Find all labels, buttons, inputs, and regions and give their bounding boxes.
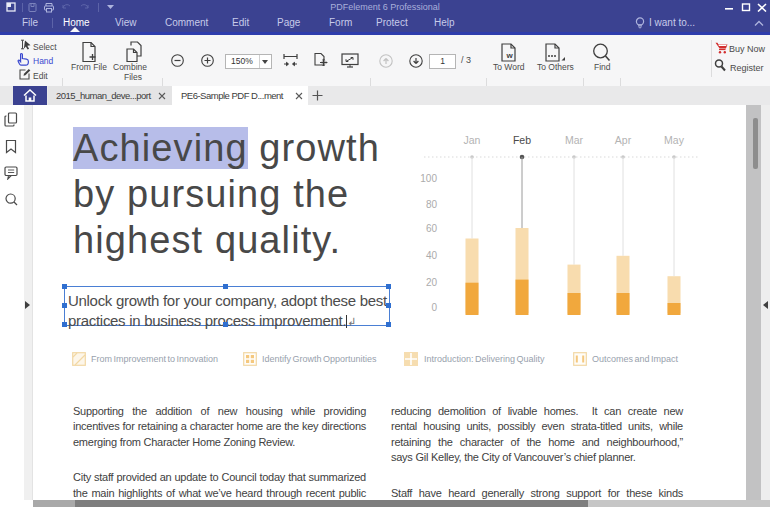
svg-text:100: 100 [420,173,437,184]
svg-text:May: May [664,134,685,146]
svg-text:Feb: Feb [513,134,531,146]
svg-text:0: 0 [431,302,437,313]
svg-text:Apr: Apr [615,134,632,146]
svg-text:Mar: Mar [565,134,584,146]
svg-text:60: 60 [426,223,438,234]
svg-text:20: 20 [426,277,438,288]
svg-text:w: w [506,51,514,60]
svg-text:Jan: Jan [464,134,481,146]
svg-text:80: 80 [426,199,438,210]
svg-text:40: 40 [426,250,438,261]
